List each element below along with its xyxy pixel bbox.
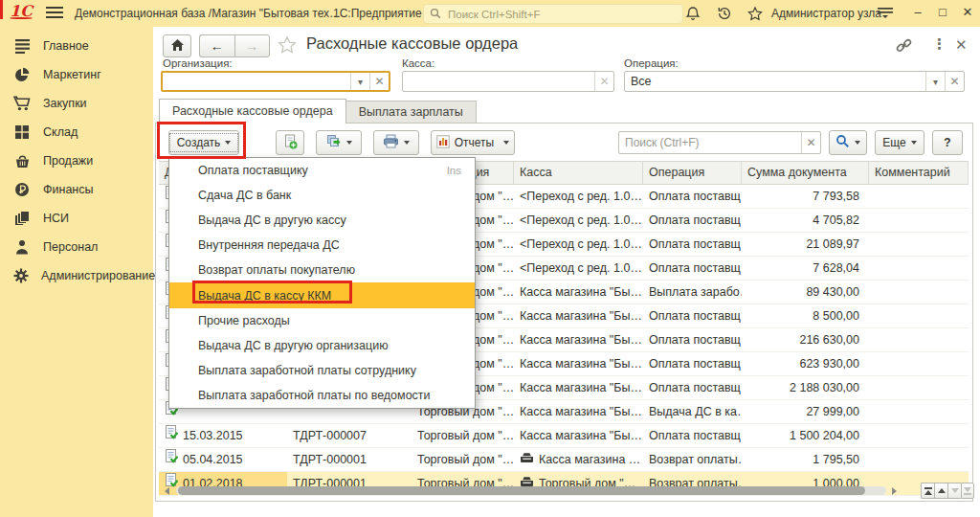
organization-clear-icon[interactable]: ✕ [369,73,389,90]
triangle-down-icon [951,488,959,493]
annotation-create-button-rect [157,122,246,159]
sidebar-item-grid[interactable]: Склад [0,118,153,146]
menu-item-0[interactable]: Оплата поставщикуIns [169,158,475,183]
go-prev-button[interactable] [934,483,947,499]
operation-select[interactable]: Все ▾ ✕ [624,71,965,92]
copy-document-icon [326,134,342,151]
back-button[interactable]: ← [199,34,234,57]
menu-item-7[interactable]: Выдача ДС в другую организацию [169,333,475,358]
chevron-down-icon [346,141,352,145]
go-next-button[interactable] [947,483,961,499]
tab-1[interactable]: Выплата зарплаты [346,101,477,124]
reports-button[interactable]: Отчеты [431,130,515,155]
link-icon[interactable] [896,37,912,56]
kassa-input[interactable]: ✕ [402,71,614,92]
list-search-input[interactable] [619,135,801,150]
close-form-icon[interactable]: ✕ [955,36,968,54]
scrollbar-thumb[interactable] [178,486,865,495]
more-button[interactable]: Еще [875,130,924,155]
scroll-left-arrow[interactable] [165,487,169,495]
column-header-6[interactable]: Комментарий [869,162,969,184]
chevron-down-icon [503,141,509,145]
create-new-button[interactable] [276,130,304,155]
favorite-star-icon[interactable] [278,35,297,57]
menu-item-4[interactable]: Возврат оплаты покупателю [169,258,475,282]
close-app-button[interactable]: ✕ [959,5,976,19]
document-posted-icon [165,425,178,447]
magnifier-icon [835,134,850,151]
document-posted-icon [165,449,178,471]
operation-dropdown-icon[interactable]: ▾ [925,72,945,91]
sidebar-item-list[interactable]: Главное [0,32,153,60]
grid-icon [13,124,31,140]
home-button[interactable] [163,34,191,57]
sidebar-item-pie[interactable]: Маркетинг [0,60,153,89]
cash-register-icon [520,449,534,471]
column-header-4[interactable]: Операция [643,162,742,184]
table-row[interactable]: 15.03.2015ТДРТ-000007Торговый дом "…Касс… [159,424,969,448]
forward-button[interactable]: → [234,34,271,57]
organization-input[interactable]: ▾ ✕ [161,71,390,92]
create-based-on-button[interactable] [316,130,362,155]
cart-icon [13,96,31,111]
print-button[interactable] [373,130,419,155]
sidebar-item-books[interactable]: НСИ [0,204,153,233]
list-icon [13,38,31,54]
annotation-menu-item-rect [192,281,352,303]
search-clear-icon[interactable]: ✕ [801,132,820,153]
basket-icon [13,153,31,169]
horizontal-scrollbar[interactable] [176,486,886,495]
organization-dropdown-icon[interactable]: ▾ [350,73,369,90]
report-chart-icon [436,135,450,151]
column-header-3[interactable]: Касса [514,162,643,184]
pie-icon [13,67,31,82]
list-search-box[interactable]: ✕ [618,131,821,154]
nav-buttons: ← → [199,34,270,57]
kassa-clear-icon[interactable]: ✕ [594,72,613,91]
menu-item-8[interactable]: Выплата заработной платы сотруднику [169,358,475,383]
go-last-button[interactable] [961,483,974,499]
menu-item-1[interactable]: Сдача ДС в банк [169,183,475,208]
database-title: Демонстрационная база /Магазин "Бытовая … [75,7,341,20]
triangle-down-icon [964,487,971,492]
hamburger-menu-icon[interactable] [46,6,63,22]
service-menu-icon[interactable] [877,6,894,22]
sidebar-item-basket[interactable]: Продажи [0,146,153,175]
organization-label: Организация: [163,57,233,69]
favorites-star-icon[interactable] [747,6,765,22]
menu-item-9[interactable]: Выплата заработной платы по ведомости [169,383,475,408]
operation-label: Операция: [624,57,679,69]
chevron-down-icon [911,141,917,145]
maximize-button[interactable]: □ [934,5,951,19]
notifications-bell-icon[interactable] [685,6,702,22]
sidebar-item-cart[interactable]: Закупки [0,89,153,118]
help-button[interactable]: ? [932,130,963,155]
app-name: 1С:Предприятие [333,7,422,20]
go-first-button[interactable] [921,483,934,499]
annotation-left-edge-mark [0,0,3,19]
operation-clear-icon[interactable]: ✕ [945,72,964,91]
history-icon[interactable] [717,6,734,22]
menu-item-2[interactable]: Выдача ДС в другую кассу [169,208,475,233]
table-row[interactable]: 05.04.2015ТДРТ-000001Торговый дом "…Касс… [159,448,969,472]
books-icon [13,211,31,226]
tab-0[interactable]: Расходные кассовые ордера [159,99,346,124]
global-search-box[interactable] [423,4,683,24]
sidebar: ГлавноеМаркетингЗакупкиСкладПродажиФинан… [0,27,153,517]
chevron-down-icon [855,141,860,145]
more-dots-icon[interactable]: ⋮ [932,35,947,53]
page-title: Расходные кассовые ордера [306,34,518,53]
menu-item-3[interactable]: Внутренняя передача ДС [169,233,475,258]
scroll-right-arrow[interactable] [892,487,897,495]
menu-item-6[interactable]: Прочие расходы [169,308,475,333]
sidebar-item-person[interactable]: Персонал [0,233,153,261]
find-button[interactable] [829,130,867,155]
sidebar-item-gear[interactable]: Администрирование [0,261,153,290]
printer-icon [383,134,399,151]
minimize-button[interactable]: – [909,5,926,19]
current-user[interactable]: Администратор узла [771,7,881,20]
triangle-up-icon [938,488,946,493]
global-search-input[interactable] [446,8,677,21]
sidebar-item-ruble[interactable]: Финансы [0,175,153,204]
column-header-5[interactable]: Сумма документа [742,162,869,184]
